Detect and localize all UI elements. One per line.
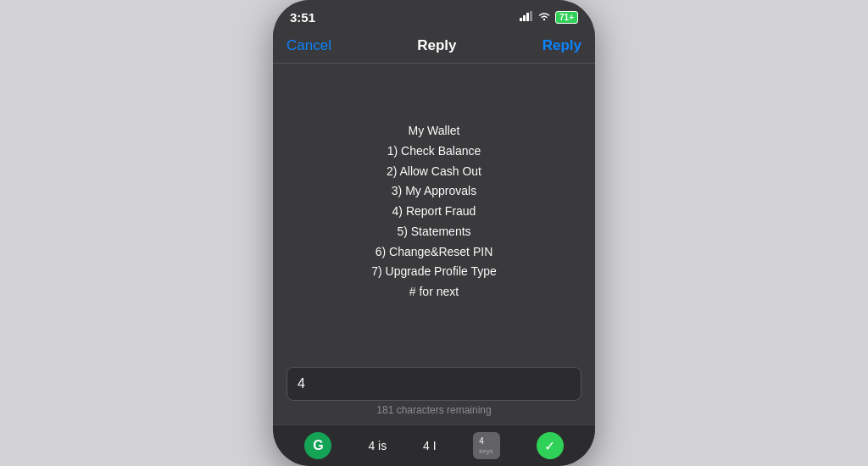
svg-rect-0 xyxy=(520,18,522,21)
nav-bar: Cancel Reply Reply xyxy=(273,31,595,64)
svg-point-4 xyxy=(543,18,545,19)
message-line-7: 7) Upgrade Profile Type xyxy=(371,264,497,278)
message-content: My Wallet 1) Check Balance 2) Allow Cash… xyxy=(371,121,497,302)
message-line-4: 4) Report Fraud xyxy=(392,204,476,218)
message-line-5: 5) Statements xyxy=(397,225,470,238)
keyboard-number-icon[interactable]: 4keys xyxy=(473,432,500,459)
nav-title: Reply xyxy=(417,37,456,54)
suggestion-2[interactable]: 4 I xyxy=(423,439,437,452)
phone-frame: 3:51 71+ Cancel xyxy=(273,0,595,466)
reply-input[interactable] xyxy=(287,367,581,401)
svg-rect-1 xyxy=(523,15,526,21)
keyboard-suggestions: G 4 is 4 I 4keys ✓ xyxy=(273,424,595,466)
message-line-2: 2) Allow Cash Out xyxy=(387,164,481,178)
status-icons: 71+ xyxy=(520,11,578,24)
status-time: 3:51 xyxy=(290,10,315,25)
message-line-hash: # for next xyxy=(409,285,459,298)
status-bar: 3:51 71+ xyxy=(273,0,595,31)
reply-button[interactable]: Reply xyxy=(542,37,581,54)
char-count: 181 characters remaining xyxy=(287,401,581,421)
grammarly-icon[interactable]: G xyxy=(304,432,331,459)
message-line-1: 1) Check Balance xyxy=(387,144,481,158)
wifi-icon xyxy=(537,11,551,24)
message-line-6: 6) Change&Reset PIN xyxy=(376,245,493,258)
check-icon[interactable]: ✓ xyxy=(537,432,564,459)
cancel-button[interactable]: Cancel xyxy=(287,37,331,54)
message-line-3: 3) My Approvals xyxy=(392,184,476,197)
battery-icon: 71+ xyxy=(555,11,578,24)
input-section: 181 characters remaining xyxy=(273,360,595,424)
svg-rect-3 xyxy=(530,11,532,21)
svg-rect-2 xyxy=(526,13,529,21)
signal-icon xyxy=(520,11,533,24)
suggestion-1[interactable]: 4 is xyxy=(368,439,387,452)
message-area: My Wallet 1) Check Balance 2) Allow Cash… xyxy=(273,64,595,360)
message-line-wallet: My Wallet xyxy=(409,124,460,137)
